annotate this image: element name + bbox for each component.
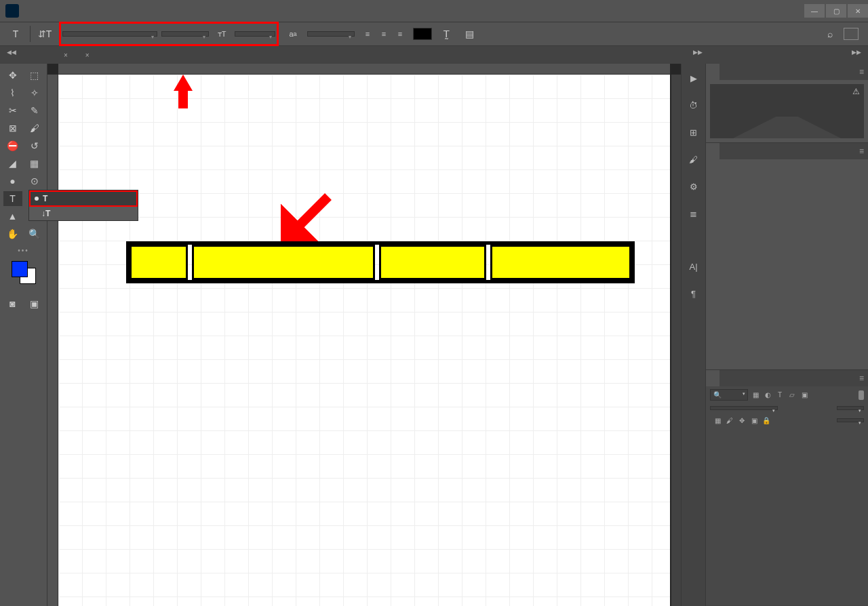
text-color-swatch[interactable] bbox=[413, 28, 432, 40]
tab-layers[interactable] bbox=[706, 370, 719, 386]
font-family-dropdown[interactable] bbox=[62, 31, 157, 37]
filter-pixel-icon[interactable]: ▦ bbox=[751, 390, 760, 400]
align-right-button[interactable]: ≡ bbox=[393, 26, 408, 41]
color-swatches[interactable] bbox=[10, 261, 37, 288]
brushes-icon[interactable]: 🖌 bbox=[686, 152, 701, 167]
panel-menu-icon[interactable]: ≡ bbox=[855, 67, 868, 77]
brush-tool[interactable]: 🖌 bbox=[25, 121, 44, 136]
lock-artboard-icon[interactable]: ▣ bbox=[749, 416, 759, 425]
lasso-tool[interactable]: ⌇ bbox=[3, 85, 22, 100]
antialias-dropdown[interactable] bbox=[307, 31, 355, 37]
history-brush-tool[interactable]: ↺ bbox=[25, 138, 44, 153]
ruler-vertical[interactable] bbox=[47, 75, 58, 606]
opacity-input[interactable] bbox=[837, 406, 864, 410]
font-style-dropdown[interactable] bbox=[161, 31, 209, 37]
styles-icon[interactable]: ≣ bbox=[686, 206, 701, 221]
close-button[interactable]: ✕ bbox=[848, 4, 868, 18]
collapse-left-icon[interactable]: ◀◀ bbox=[7, 49, 16, 56]
history-icon[interactable]: ⏱ bbox=[686, 98, 701, 113]
tab-adjustments[interactable] bbox=[719, 143, 733, 159]
filter-adjust-icon[interactable]: ◐ bbox=[763, 390, 772, 400]
zoom-tool[interactable]: 🔍 bbox=[25, 226, 44, 241]
type-icon: ↓T bbox=[41, 209, 50, 218]
type-tool[interactable]: T bbox=[3, 191, 22, 206]
document-tab-2[interactable]: × bbox=[75, 48, 96, 62]
adjustments-icon[interactable]: ⚙ bbox=[686, 179, 701, 194]
tab-histogram[interactable] bbox=[706, 64, 719, 80]
tool-preset-icon[interactable]: T bbox=[7, 25, 24, 43]
eraser-tool[interactable]: ◢ bbox=[3, 156, 22, 171]
tab-libraries[interactable] bbox=[706, 143, 719, 159]
filter-shape-icon[interactable]: ▱ bbox=[787, 390, 797, 400]
table-header-row bbox=[130, 245, 631, 280]
close-tab-icon[interactable]: × bbox=[85, 52, 90, 59]
tab-channels[interactable] bbox=[719, 370, 733, 386]
document-tab-1[interactable]: × bbox=[53, 48, 75, 62]
properties-icon[interactable]: ⊞ bbox=[686, 125, 701, 140]
search-icon[interactable]: ⌕ bbox=[822, 28, 838, 39]
panel-menu-icon[interactable]: ≡ bbox=[855, 373, 868, 383]
lock-pos-icon[interactable]: ✥ bbox=[737, 416, 747, 425]
maximize-button[interactable]: ▢ bbox=[826, 4, 846, 18]
options-bar: T ⇵T ᴛT aa ≡ ≡ ≡ T̰ ▤ ⌕ bbox=[0, 22, 868, 46]
filter-toggle[interactable] bbox=[859, 390, 864, 400]
lock-trans-icon[interactable]: ▦ bbox=[713, 416, 722, 425]
marquee-tool[interactable]: ⬚ bbox=[25, 68, 44, 83]
font-controls-highlight: ᴛT bbox=[59, 22, 279, 46]
scrollbar-vertical[interactable] bbox=[671, 75, 681, 606]
header-umur bbox=[379, 245, 486, 280]
path-select-tool[interactable]: ▲ bbox=[3, 209, 22, 224]
align-center-button[interactable]: ≡ bbox=[376, 26, 391, 41]
gradient-tool[interactable]: ▦ bbox=[25, 156, 44, 171]
hand-tool[interactable]: ✋ bbox=[3, 226, 22, 241]
edit-toolbar[interactable]: ••• bbox=[18, 247, 29, 254]
lock-all-icon[interactable]: 🔒 bbox=[762, 416, 771, 425]
flyout-vertical-type[interactable]: ↓T bbox=[29, 207, 138, 220]
lock-paint-icon[interactable]: 🖌 bbox=[725, 416, 734, 425]
flyout-horizontal-type[interactable]: T bbox=[29, 190, 138, 207]
ruler-horizontal[interactable] bbox=[58, 64, 670, 75]
dodge-tool[interactable]: ⊙ bbox=[25, 174, 44, 188]
close-tab-icon[interactable]: × bbox=[64, 52, 68, 59]
eyedropper-tool[interactable]: ✎ bbox=[25, 103, 44, 118]
minimize-button[interactable]: — bbox=[804, 4, 825, 18]
blur-tool[interactable]: ● bbox=[3, 174, 22, 188]
filter-type-icon[interactable]: T bbox=[775, 390, 785, 400]
layer-kind-dropdown[interactable]: 🔍 bbox=[710, 389, 748, 401]
histogram-shape bbox=[733, 111, 841, 138]
wand-tool[interactable]: ✧ bbox=[25, 85, 44, 100]
stamp-tool[interactable]: ⛔ bbox=[3, 138, 22, 153]
document-canvas[interactable] bbox=[58, 75, 670, 606]
fill-input[interactable] bbox=[837, 418, 864, 422]
tab-info[interactable] bbox=[719, 64, 733, 80]
warp-text-icon[interactable]: T̰ bbox=[437, 25, 455, 43]
filter-smart-icon[interactable]: ▣ bbox=[800, 390, 809, 400]
font-size-icon: ᴛT bbox=[213, 25, 231, 43]
quickmask-tool[interactable]: ◙ bbox=[3, 296, 22, 311]
collapse-right-icon[interactable]: ▶▶ bbox=[852, 49, 861, 56]
collapse-mid-icon[interactable]: ▶▶ bbox=[693, 49, 703, 56]
foreground-color[interactable] bbox=[12, 261, 28, 277]
orientation-icon[interactable]: ⇵T bbox=[36, 25, 54, 43]
header-no bbox=[130, 245, 188, 280]
screenmode-tool[interactable]: ▣ bbox=[25, 296, 44, 311]
type-icon: T bbox=[43, 194, 47, 203]
panel-menu-icon[interactable]: ≡ bbox=[855, 146, 868, 156]
paragraph-icon[interactable]: ¶ bbox=[686, 286, 701, 301]
table bbox=[126, 241, 635, 283]
align-left-button[interactable]: ≡ bbox=[360, 26, 375, 41]
header-kelas bbox=[490, 245, 631, 280]
warning-icon[interactable]: ⚠ bbox=[852, 87, 860, 96]
workspace-switcher[interactable] bbox=[844, 28, 859, 40]
actions-icon[interactable]: ▶ bbox=[686, 70, 701, 85]
frame-tool[interactable]: ⊠ bbox=[3, 121, 22, 136]
character-panel-icon[interactable]: ▤ bbox=[460, 25, 478, 43]
character-icon[interactable]: A| bbox=[686, 259, 701, 274]
separator bbox=[30, 26, 31, 42]
crop-tool[interactable]: ✂ bbox=[3, 103, 22, 118]
type-tool-flyout: T ↓T bbox=[28, 190, 138, 221]
blend-mode-dropdown[interactable] bbox=[710, 406, 778, 410]
move-tool[interactable]: ✥ bbox=[3, 68, 22, 83]
document-tabs: × × bbox=[0, 46, 868, 64]
font-size-dropdown[interactable] bbox=[235, 31, 275, 37]
